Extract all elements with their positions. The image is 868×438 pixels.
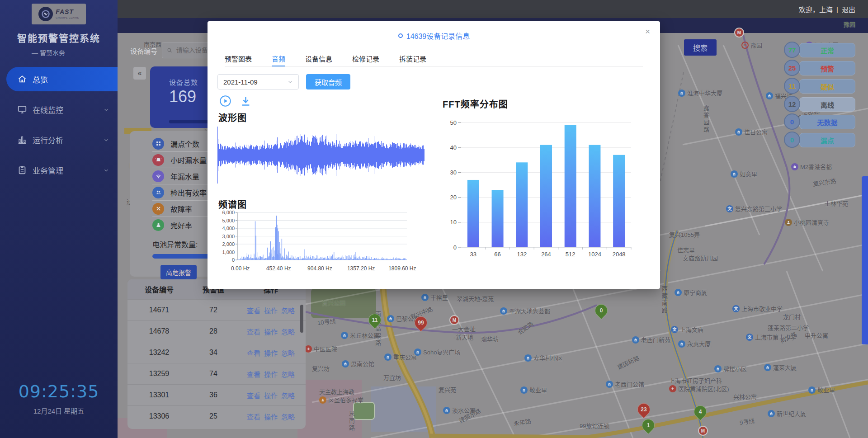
chevron-down-icon <box>103 167 109 173</box>
map-label-text: 思南路 <box>347 410 356 432</box>
map-label-text: 老西门新苑 <box>641 335 670 344</box>
sidebar-item-在线监控[interactable]: 在线监控 <box>0 97 118 122</box>
spectrum-chart: 6,0005,0004,0003,0002,0001,00000.00 Hz45… <box>217 209 420 277</box>
action-link-操作[interactable]: 操作 <box>264 369 278 379</box>
clock-date: 12月24日 星期五 <box>0 406 118 415</box>
map-label-text: 佳日公寓 <box>744 127 768 136</box>
map-label: 士林华苑 <box>825 199 848 207</box>
action-link-操作[interactable]: 操作 <box>264 391 278 400</box>
action-link-查看[interactable]: 查看 <box>247 412 260 421</box>
high-risk-alarm-button[interactable]: 高危报警 <box>160 265 197 279</box>
tab-音频[interactable]: 音频 <box>272 54 285 66</box>
action-link-操作[interactable]: 操作 <box>264 327 278 336</box>
alarm-value-cell: 72 <box>191 306 236 314</box>
metro-station-icon: M <box>698 426 708 436</box>
map-label: 上海市红房子妇产科 <box>669 376 722 385</box>
map-label-text: 复兴坊 <box>312 364 330 372</box>
badge-count: 77 <box>784 42 800 58</box>
svg-text:33: 33 <box>470 251 476 258</box>
map-label: 思南公馆 <box>342 359 374 368</box>
right-edge-handle[interactable] <box>862 176 868 344</box>
device-id-cell: 13259 <box>127 370 191 378</box>
action-link-操作[interactable]: 操作 <box>264 412 278 421</box>
table-row: 1467172查看操作忽略 <box>127 299 306 320</box>
sidebar-item-运行分析[interactable]: 运行分析 <box>0 127 118 152</box>
action-link-忽略[interactable]: 忽略 <box>281 348 295 358</box>
map-label: 区圣伯多禄堂 <box>319 396 363 404</box>
action-link-忽略[interactable]: 忽略 <box>281 306 295 315</box>
badge-label: 疑似 <box>799 79 855 94</box>
action-link-查看[interactable]: 查看 <box>247 348 260 358</box>
map-label: 如意里 <box>731 170 757 178</box>
svg-text:1,000: 1,000 <box>222 250 235 255</box>
bldg-icon <box>606 381 613 388</box>
svg-text:1357.20 Hz: 1357.20 Hz <box>347 265 375 272</box>
chevron-down-icon <box>288 79 293 85</box>
map-search-button[interactable]: 搜索 <box>684 39 717 56</box>
tab-拆装记录[interactable]: 拆装记录 <box>399 54 426 66</box>
badge-count: 12 <box>784 96 800 112</box>
map-label-text: 小桃园清真寺 <box>794 218 829 226</box>
bldg-icon <box>678 89 685 97</box>
action-link-忽略[interactable]: 忽略 <box>281 391 295 400</box>
action-link-操作[interactable]: 操作 <box>264 348 278 358</box>
action-link-查看[interactable]: 查看 <box>247 306 260 315</box>
map-label: 永惠大厦 <box>678 339 711 348</box>
table-scrollbar-thumb[interactable] <box>300 305 303 333</box>
svg-text:1024: 1024 <box>588 251 601 258</box>
map-label-text: 敬业里 <box>817 386 835 394</box>
alarm-value-cell: 28 <box>191 327 236 335</box>
map-label: 文庙路幼儿园 <box>683 254 718 262</box>
action-link-忽略[interactable]: 忽略 <box>281 369 295 379</box>
download-audio-icon[interactable] <box>240 95 252 107</box>
tab-检修记录[interactable]: 检修记录 <box>352 54 379 66</box>
map-label: 丰裕里 <box>421 293 448 301</box>
play-audio-icon[interactable] <box>219 95 231 107</box>
action-link-忽略[interactable]: 忽略 <box>281 412 295 421</box>
action-link-忽略[interactable]: 忽略 <box>281 327 295 336</box>
action-link-操作[interactable]: 操作 <box>264 306 278 315</box>
map-label: 敬业里 <box>808 386 835 394</box>
sidebar-item-总览[interactable]: 总览 <box>6 67 118 91</box>
logout-link[interactable]: 退出 <box>842 5 855 14</box>
clock-time: 09:25:35 <box>0 381 118 401</box>
map-label: 敬业里 <box>520 386 547 394</box>
svg-text:10: 10 <box>450 219 457 226</box>
map-label-text: 复兴东路第三小学 <box>735 204 782 213</box>
table-row: 1325974查看操作忽略 <box>127 363 306 384</box>
bldg-icon <box>678 340 685 348</box>
sidebar-item-业务管理[interactable]: 业务管理 <box>0 158 118 182</box>
map-label: 99旅馆连锁 <box>580 421 609 430</box>
kpi-label: 完好率 <box>170 220 192 231</box>
map-label-text: 上海市敬业中学 <box>741 304 783 313</box>
sidebar-menu: 总览在线监控运行分析业务管理 <box>0 67 118 182</box>
svg-text:20: 20 <box>450 194 457 201</box>
map-label-text: 西藏南路 <box>660 286 669 315</box>
action-link-查看[interactable]: 查看 <box>247 369 260 379</box>
map-label-text: 思南公馆 <box>351 359 374 368</box>
svg-text:5,000: 5,000 <box>222 218 235 223</box>
action-link-查看[interactable]: 查看 <box>247 391 260 400</box>
map-label: Soho复兴广场 <box>414 348 460 356</box>
map-label: 蓬莱路第二小学 <box>768 323 809 332</box>
map-label: 文上海文庙 <box>671 325 703 334</box>
tab-设备信息[interactable]: 设备信息 <box>305 54 332 66</box>
tab-预警图表[interactable]: 预警图表 <box>225 54 252 66</box>
collapse-panel-button[interactable]: « <box>133 67 146 80</box>
bldg-icon <box>714 365 722 372</box>
map-label-text: 重庆公寓 <box>393 353 417 361</box>
badge-label: 离线 <box>799 97 855 112</box>
map-label: 万宜坊 <box>383 373 401 381</box>
map-label-text: 复兴公园 <box>322 298 345 307</box>
badge-count: 25 <box>784 60 800 76</box>
kpi-label: 小时漏水量 <box>170 155 207 165</box>
map-label: 兴林公寓 <box>733 392 757 401</box>
bldg-icon <box>341 332 348 339</box>
close-icon[interactable]: × <box>645 27 650 37</box>
map-label: 龙门村 <box>783 312 801 321</box>
fetch-audio-button[interactable]: 获取音频 <box>306 74 350 89</box>
map-label: 康宁商厦 <box>675 288 707 297</box>
date-select[interactable]: 2021-11-09 <box>217 74 299 89</box>
action-link-查看[interactable]: 查看 <box>247 327 260 336</box>
map-label-text: 中医医院 <box>314 344 337 353</box>
